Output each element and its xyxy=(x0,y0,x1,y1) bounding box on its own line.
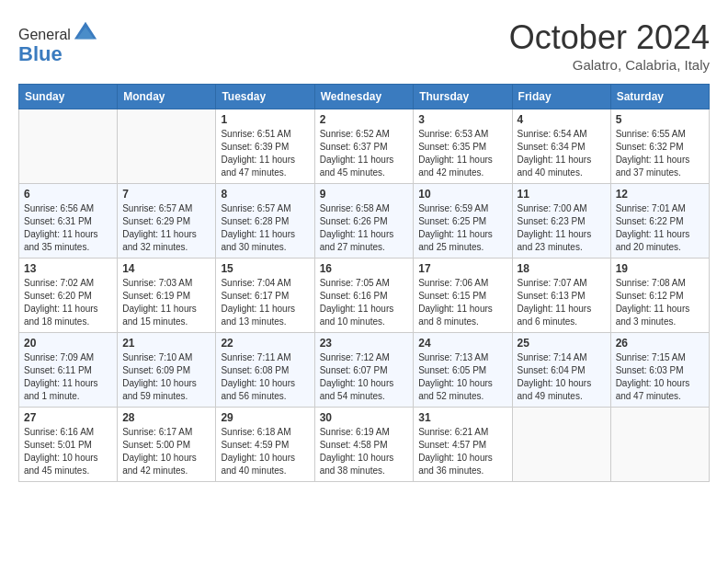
calendar-cell: 15Sunrise: 7:04 AMSunset: 6:17 PMDayligh… xyxy=(216,259,314,333)
day-number: 29 xyxy=(221,411,309,424)
calendar-cell: 20Sunrise: 7:09 AMSunset: 6:11 PMDayligh… xyxy=(19,333,118,408)
day-number: 30 xyxy=(320,411,409,424)
calendar-body: 1Sunrise: 6:51 AMSunset: 6:39 PMDaylight… xyxy=(19,109,710,482)
day-info: Sunrise: 7:06 AMSunset: 6:15 PMDaylight:… xyxy=(418,277,506,328)
week-row-1: 6Sunrise: 6:56 AMSunset: 6:31 PMDaylight… xyxy=(19,184,710,259)
calendar-cell: 2Sunrise: 6:52 AMSunset: 6:37 PMDaylight… xyxy=(314,109,414,184)
week-row-2: 13Sunrise: 7:02 AMSunset: 6:20 PMDayligh… xyxy=(19,259,710,333)
day-info: Sunrise: 7:02 AMSunset: 6:20 PMDaylight:… xyxy=(24,277,112,328)
calendar-cell: 11Sunrise: 7:00 AMSunset: 6:23 PMDayligh… xyxy=(512,184,610,259)
calendar-cell: 10Sunrise: 6:59 AMSunset: 6:25 PMDayligh… xyxy=(414,184,512,259)
day-info: Sunrise: 7:05 AMSunset: 6:16 PMDaylight:… xyxy=(320,277,409,328)
day-number: 6 xyxy=(24,188,112,201)
day-info: Sunrise: 7:00 AMSunset: 6:23 PMDaylight:… xyxy=(518,202,606,254)
day-info: Sunrise: 7:08 AMSunset: 6:12 PMDaylight:… xyxy=(616,277,704,328)
day-info: Sunrise: 7:15 AMSunset: 6:03 PMDaylight:… xyxy=(616,351,704,403)
calendar-cell: 25Sunrise: 7:14 AMSunset: 6:04 PMDayligh… xyxy=(512,333,610,408)
day-info: Sunrise: 6:58 AMSunset: 6:26 PMDaylight:… xyxy=(320,202,409,254)
calendar: SundayMondayTuesdayWednesdayThursdayFrid… xyxy=(18,84,710,482)
calendar-cell: 14Sunrise: 7:03 AMSunset: 6:19 PMDayligh… xyxy=(118,259,216,333)
day-number: 31 xyxy=(418,411,506,424)
calendar-cell: 4Sunrise: 6:54 AMSunset: 6:34 PMDaylight… xyxy=(512,109,610,184)
day-info: Sunrise: 6:54 AMSunset: 6:34 PMDaylight:… xyxy=(518,128,606,179)
day-info: Sunrise: 6:16 AMSunset: 5:01 PMDaylight:… xyxy=(24,426,112,477)
day-info: Sunrise: 7:11 AMSunset: 6:08 PMDaylight:… xyxy=(221,351,309,403)
day-number: 5 xyxy=(616,113,704,126)
location: Galatro, Calabria, Italy xyxy=(509,57,710,73)
day-info: Sunrise: 6:56 AMSunset: 6:31 PMDaylight:… xyxy=(24,202,112,254)
calendar-header: SundayMondayTuesdayWednesdayThursdayFrid… xyxy=(19,85,710,109)
day-info: Sunrise: 6:57 AMSunset: 6:29 PMDaylight:… xyxy=(122,202,210,254)
calendar-cell: 7Sunrise: 6:57 AMSunset: 6:29 PMDaylight… xyxy=(118,184,216,259)
day-number: 14 xyxy=(122,262,210,275)
day-info: Sunrise: 6:59 AMSunset: 6:25 PMDaylight:… xyxy=(418,202,506,254)
day-info: Sunrise: 7:04 AMSunset: 6:17 PMDaylight:… xyxy=(221,277,309,328)
day-number: 23 xyxy=(320,337,409,350)
calendar-cell xyxy=(512,408,610,482)
week-row-0: 1Sunrise: 6:51 AMSunset: 6:39 PMDaylight… xyxy=(19,109,710,184)
weekday-friday: Friday xyxy=(512,85,610,109)
day-info: Sunrise: 6:53 AMSunset: 6:35 PMDaylight:… xyxy=(418,128,506,179)
calendar-cell: 1Sunrise: 6:51 AMSunset: 6:39 PMDaylight… xyxy=(216,109,314,184)
header: General Blue October 2024 Galatro, Calab… xyxy=(18,18,710,73)
calendar-cell: 6Sunrise: 6:56 AMSunset: 6:31 PMDaylight… xyxy=(19,184,118,259)
day-number: 25 xyxy=(518,337,606,350)
day-number: 3 xyxy=(418,113,506,126)
day-info: Sunrise: 7:10 AMSunset: 6:09 PMDaylight:… xyxy=(122,351,210,403)
calendar-cell: 19Sunrise: 7:08 AMSunset: 6:12 PMDayligh… xyxy=(610,259,709,333)
day-number: 21 xyxy=(122,337,210,350)
day-number: 24 xyxy=(418,337,506,350)
week-row-4: 27Sunrise: 6:16 AMSunset: 5:01 PMDayligh… xyxy=(19,408,710,482)
day-info: Sunrise: 6:17 AMSunset: 5:00 PMDaylight:… xyxy=(122,426,210,477)
calendar-cell: 13Sunrise: 7:02 AMSunset: 6:20 PMDayligh… xyxy=(19,259,118,333)
calendar-cell: 9Sunrise: 6:58 AMSunset: 6:26 PMDaylight… xyxy=(314,184,414,259)
calendar-cell: 29Sunrise: 6:18 AMSunset: 4:59 PMDayligh… xyxy=(216,408,314,482)
day-info: Sunrise: 7:07 AMSunset: 6:13 PMDaylight:… xyxy=(518,277,606,328)
logo-icon xyxy=(73,20,98,46)
day-number: 15 xyxy=(221,262,309,275)
day-info: Sunrise: 6:57 AMSunset: 6:28 PMDaylight:… xyxy=(221,202,309,254)
day-info: Sunrise: 6:19 AMSunset: 4:58 PMDaylight:… xyxy=(320,426,409,477)
calendar-cell xyxy=(610,408,709,482)
day-number: 19 xyxy=(616,262,704,275)
day-info: Sunrise: 7:01 AMSunset: 6:22 PMDaylight:… xyxy=(616,202,704,254)
day-number: 17 xyxy=(418,262,506,275)
day-number: 12 xyxy=(616,188,704,201)
day-info: Sunrise: 7:14 AMSunset: 6:04 PMDaylight:… xyxy=(518,351,606,403)
day-number: 20 xyxy=(24,337,112,350)
day-info: Sunrise: 6:51 AMSunset: 6:39 PMDaylight:… xyxy=(221,128,309,179)
weekday-wednesday: Wednesday xyxy=(314,85,414,109)
title-block: October 2024 Galatro, Calabria, Italy xyxy=(509,18,710,73)
calendar-cell: 5Sunrise: 6:55 AMSunset: 6:32 PMDaylight… xyxy=(610,109,709,184)
day-number: 9 xyxy=(320,188,409,201)
day-number: 22 xyxy=(221,337,309,350)
day-number: 13 xyxy=(24,262,112,275)
weekday-tuesday: Tuesday xyxy=(216,85,314,109)
calendar-cell xyxy=(19,109,118,184)
weekday-saturday: Saturday xyxy=(610,85,709,109)
calendar-cell: 8Sunrise: 6:57 AMSunset: 6:28 PMDaylight… xyxy=(216,184,314,259)
calendar-cell: 27Sunrise: 6:16 AMSunset: 5:01 PMDayligh… xyxy=(19,408,118,482)
week-row-3: 20Sunrise: 7:09 AMSunset: 6:11 PMDayligh… xyxy=(19,333,710,408)
day-info: Sunrise: 7:09 AMSunset: 6:11 PMDaylight:… xyxy=(24,351,112,403)
day-info: Sunrise: 6:18 AMSunset: 4:59 PMDaylight:… xyxy=(221,426,309,477)
day-number: 1 xyxy=(221,113,309,126)
day-number: 16 xyxy=(320,262,409,275)
day-number: 10 xyxy=(418,188,506,201)
day-number: 27 xyxy=(24,411,112,424)
calendar-cell: 16Sunrise: 7:05 AMSunset: 6:16 PMDayligh… xyxy=(314,259,414,333)
weekday-thursday: Thursday xyxy=(414,85,512,109)
calendar-cell: 21Sunrise: 7:10 AMSunset: 6:09 PMDayligh… xyxy=(118,333,216,408)
calendar-cell: 31Sunrise: 6:21 AMSunset: 4:57 PMDayligh… xyxy=(414,408,512,482)
calendar-cell: 17Sunrise: 7:06 AMSunset: 6:15 PMDayligh… xyxy=(414,259,512,333)
calendar-cell: 23Sunrise: 7:12 AMSunset: 6:07 PMDayligh… xyxy=(314,333,414,408)
day-info: Sunrise: 6:52 AMSunset: 6:37 PMDaylight:… xyxy=(320,128,409,179)
weekday-sunday: Sunday xyxy=(19,85,118,109)
calendar-cell: 26Sunrise: 7:15 AMSunset: 6:03 PMDayligh… xyxy=(610,333,709,408)
day-number: 2 xyxy=(320,113,409,126)
day-number: 7 xyxy=(122,188,210,201)
page: General Blue October 2024 Galatro, Calab… xyxy=(0,0,728,491)
weekday-monday: Monday xyxy=(118,85,216,109)
calendar-cell: 22Sunrise: 7:11 AMSunset: 6:08 PMDayligh… xyxy=(216,333,314,408)
day-number: 18 xyxy=(518,262,606,275)
